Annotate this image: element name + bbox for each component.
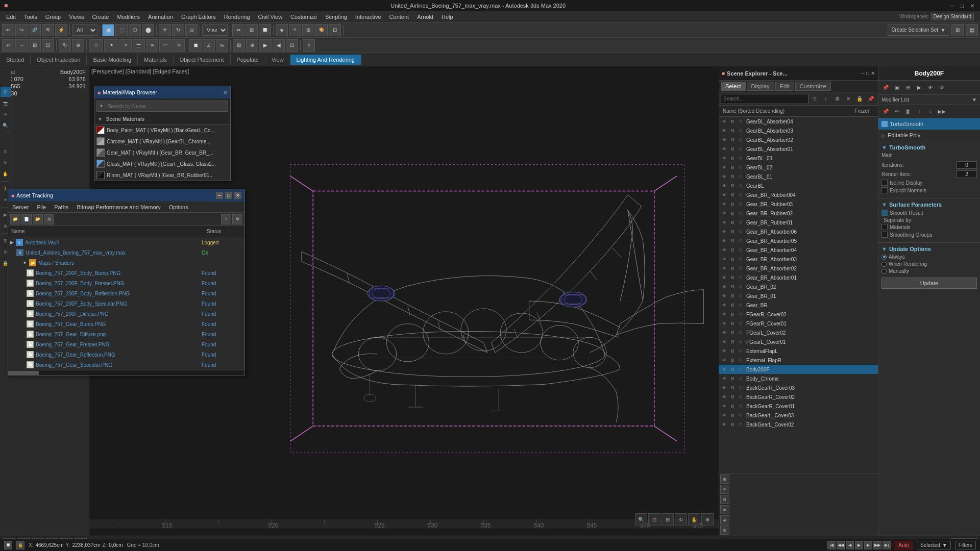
tb2-pivot[interactable]: ⊕: [246, 39, 258, 52]
lt-zoom-region-btn[interactable]: ⬚: [1, 135, 11, 145]
se-pin-btn[interactable]: 📌: [866, 94, 876, 104]
mirror-btn[interactable]: ⇔: [232, 24, 244, 36]
mp-mod-edit-btn[interactable]: ✏: [892, 107, 902, 117]
lt-camera-btn[interactable]: 📷: [1, 98, 11, 108]
mb-row-3[interactable]: Glass_MAT ( VRayMtl ) [GearF_Glass, Glas…: [94, 158, 230, 169]
mb-row-4[interactable]: Rimm_MAT ( VRayMtl ) [Gear_BR_Rubber01..…: [94, 169, 230, 181]
scene-explorer-list[interactable]: 👁 ⛓ ⬡ GearBL_Absorber04 👁 ⛓ ⬡ GearBL_Abs…: [719, 117, 878, 473]
se-list-item[interactable]: 👁 ⛓ ⬡ GearBL_Absorber04: [719, 117, 878, 126]
se-list-item[interactable]: 👁 ⛓ ⬡ GearBL_Absorber02: [719, 135, 878, 144]
menu-rendering[interactable]: Rendering: [220, 13, 254, 21]
mp-smoothing-checkbox[interactable]: [881, 232, 888, 238]
tb2-spacewarps[interactable]: 〰: [159, 39, 172, 52]
at-file-row[interactable]: 📄 Boeing_757_Gear_Fresnel.PNG Found: [8, 339, 244, 349]
unlink-btn[interactable]: ⛓: [42, 24, 54, 36]
se-list-item[interactable]: 👁 ⛓ ⬡ BackGearR_Cover03: [719, 383, 878, 392]
at-file-row[interactable]: 📄 Boeing_757_200F_Diffuse.PNG Found: [8, 309, 244, 319]
menu-graph-editors[interactable]: Graph Editors: [177, 13, 220, 21]
mb-row-2[interactable]: Gear_MAT ( VRayMtl ) [Gear_BR, Gear_BR_.…: [94, 147, 230, 158]
pb-next-btn[interactable]: ▶▶: [873, 541, 881, 549]
mp-motion-btn[interactable]: ▶: [914, 83, 924, 93]
sb-lock-btn[interactable]: 🔒: [16, 541, 24, 549]
mb-row-1[interactable]: Chrome_MAT ( VRayMtl ) [GearBL_Chrome,..…: [94, 136, 230, 147]
se-list-item[interactable]: 👁 ⛓ ⬡ Gear_BR_Absorber02: [719, 264, 878, 273]
pb-play-btn[interactable]: ▶: [855, 541, 863, 549]
se-tab-display[interactable]: Display: [747, 82, 774, 91]
se-side-btn5[interactable]: ◈: [720, 515, 729, 524]
sb-snap-btn[interactable]: 🔲: [4, 541, 12, 549]
mp-update-btn[interactable]: Update: [881, 278, 977, 289]
select-and-rotate-btn[interactable]: ↻: [172, 24, 184, 36]
menu-arnold[interactable]: Arnold: [413, 13, 437, 21]
at-scrollbar[interactable]: [8, 370, 244, 375]
tab-populate[interactable]: Populate: [231, 55, 265, 65]
at-file-row[interactable]: 📄 Boeing_757_200F_Body_Reflection.PNG Fo…: [8, 288, 244, 298]
se-list-item[interactable]: 👁 ⛓ ⬡ GearBL: [719, 181, 878, 190]
at-file-row[interactable]: 📄 Boeing_757_Gear_Reflection.PNG Found: [8, 349, 244, 360]
selected-dropdown[interactable]: Selected ▼: [917, 541, 951, 549]
material-editor-btn[interactable]: 🎨: [315, 24, 328, 36]
tab-object-inspection[interactable]: Object Inspection: [31, 55, 87, 65]
named-sets-btn[interactable]: ⊞: [951, 24, 964, 36]
menu-edit[interactable]: Edit: [2, 13, 20, 21]
tb2-btn3[interactable]: ⊞: [29, 39, 41, 52]
vp-add-vp-btn[interactable]: ⊕: [701, 513, 714, 525]
at-file-row[interactable]: 📄 Boeing_757_200F_Body_Fresnel.PNG Found: [8, 278, 244, 288]
at-file-row[interactable]: 📄 Boeing_757_Gear_Specular.PNG Found: [8, 360, 244, 370]
at-file-row[interactable]: 📄 Boeing_757_200F_Body_Specular.PNG Foun…: [8, 298, 244, 309]
ts-explicit-checkbox[interactable]: [881, 187, 888, 193]
se-list-item[interactable]: 👁 ⛓ ⬡ Gear_BR: [719, 300, 878, 310]
vp-maximize-btn[interactable]: ⊞: [662, 513, 674, 525]
named-sel-btn[interactable]: ◈: [276, 24, 288, 36]
se-list-item[interactable]: 👁 ⛓ ⬡ GearBL_Absorber01: [719, 144, 878, 154]
select-link-btn[interactable]: 🔗: [29, 24, 41, 36]
se-maximize-btn[interactable]: □: [866, 70, 869, 76]
mb-search-input[interactable]: [106, 101, 226, 111]
ribbon-btn[interactable]: ▤: [966, 24, 978, 36]
close-btn[interactable]: ✕: [969, 2, 976, 9]
redo-btn[interactable]: ↪: [15, 24, 28, 36]
menu-tools[interactable]: Tools: [20, 13, 41, 21]
at-maximize-btn[interactable]: □: [225, 192, 232, 199]
se-lock-btn[interactable]: 🔒: [854, 94, 865, 104]
se-settings-btn[interactable]: ⚙: [832, 94, 842, 104]
lt-orbit-btn[interactable]: ↻: [1, 158, 11, 168]
ts-render-iters-input[interactable]: 2: [957, 170, 977, 178]
at-file-row[interactable]: 📄 Boeing_757_Gear_Bump.PNG Found: [8, 319, 244, 329]
undo-btn[interactable]: ↩: [2, 24, 14, 36]
se-tab-select[interactable]: Select: [721, 82, 746, 91]
at-file-table[interactable]: ▶ V Autodesk Vault Logged 3 United_Airli…: [8, 237, 244, 370]
ts-isoline-checkbox[interactable]: [881, 180, 888, 186]
se-sort-btn[interactable]: ↕: [821, 94, 831, 104]
pb-prev-frame-btn[interactable]: ◀: [846, 541, 854, 549]
tb2-snap[interactable]: 🔲: [189, 39, 202, 52]
menu-modifiers[interactable]: Modifiers: [113, 13, 144, 21]
maximize-btn[interactable]: □: [959, 2, 966, 9]
at-menu-file[interactable]: File: [33, 203, 50, 211]
se-list-item[interactable]: 👁 ⛓ ⬡ BackGearL_Cover03: [719, 411, 878, 420]
menu-customize[interactable]: Customize: [286, 13, 321, 21]
mp-manually-radio[interactable]: [881, 269, 887, 274]
tab-view[interactable]: View: [265, 55, 290, 65]
se-list-item[interactable]: 👁 ⛓ ⬡ FGearL_Cover02: [719, 328, 878, 337]
at-menu-paths[interactable]: Paths: [50, 203, 72, 211]
menu-group[interactable]: Group: [41, 13, 65, 21]
mp-select-btn[interactable]: ▣: [892, 83, 902, 93]
select-and-move-btn[interactable]: ✛: [159, 24, 171, 36]
menu-scripting[interactable]: Scripting: [321, 13, 351, 21]
pb-go-start-btn[interactable]: |◀: [827, 541, 836, 549]
mp-mod-more-btn[interactable]: ▶▶: [937, 107, 947, 117]
se-list-item[interactable]: 👁 ⛓ ⬡ GearBL_Absorber03: [719, 126, 878, 135]
se-list-item[interactable]: 👁 ⛓ ⬡ Gear_BR_Rubber004: [719, 190, 878, 199]
tb2-lights[interactable]: ☀: [119, 39, 132, 52]
bind-space-warp-btn[interactable]: ⚡: [55, 24, 67, 36]
at-tb-btn2[interactable]: 📄: [21, 214, 32, 224]
tb2-helpers[interactable]: ⊛: [146, 39, 158, 52]
render-setup-btn[interactable]: ⊡: [329, 24, 341, 36]
se-list-item[interactable]: 👁 ⛓ ⬡ FGearR_Cover02: [719, 310, 878, 319]
tb2-btn4[interactable]: ⊡: [42, 39, 54, 52]
select-paint-btn[interactable]: ⬤: [142, 24, 154, 36]
mp-hierarchy-btn[interactable]: ⊞: [903, 83, 913, 93]
tb2-quick-render[interactable]: ◀: [273, 39, 285, 52]
tb2-geometry[interactable]: ⬡: [89, 39, 103, 52]
